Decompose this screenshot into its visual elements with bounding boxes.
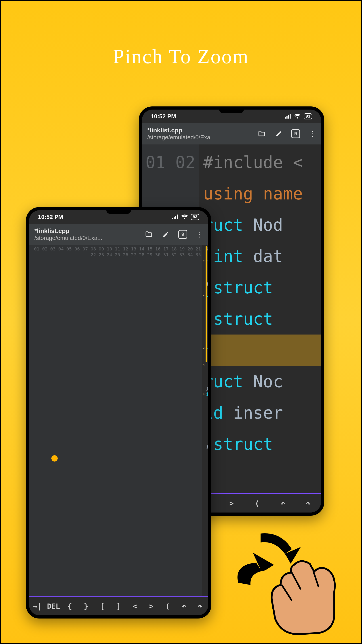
phone-normal: 10:52 PM 93 *linklist.cpp /storage/emula… [26,207,211,618]
notch [219,110,244,113]
battery-icon: 93 [191,214,199,220]
pinch-gesture-icon [225,520,341,636]
headline: Pinch To Zoom [1,45,361,68]
scroll-indicator[interactable] [206,246,207,362]
file-path: /storage/emulated/0/Exa... [34,234,140,242]
wifi-icon [181,214,188,219]
folder-icon[interactable] [144,230,153,239]
key-sym[interactable]: ( [244,499,270,508]
edit-icon[interactable] [161,230,170,239]
status-time: 10:52 PM [151,113,176,120]
key-sym[interactable]: ↷ [295,499,321,508]
key-sym[interactable]: ↶ [176,602,192,610]
battery-icon: 93 [304,113,312,120]
notch [106,210,131,214]
key-sym[interactable]: > [143,602,159,610]
shortcut-keys-row: →|DEL{}[]<>(↶↷ [29,596,208,616]
key-symsym[interactable]: →| [29,602,45,610]
key-sym[interactable]: ] [111,602,127,610]
overflow-icon[interactable]: ⋮ [195,230,204,239]
code-editor[interactable]: 01 02 03 04 05 06 07 08 09 10 11 12 13 1… [29,245,208,596]
file-name: *linklist.cpp [147,127,253,134]
tab-count[interactable]: 9 [291,129,300,138]
tab-count[interactable]: 9 [178,230,187,239]
wifi-icon [294,114,301,119]
key-sym[interactable]: { [62,602,78,610]
key-sym[interactable]: < [127,602,143,610]
line-gutter: 01 02 03 04 05 06 07 08 09 10 11 12 13 1… [29,245,202,596]
key-sym[interactable]: } [78,602,94,610]
key-sym[interactable]: ( [159,602,176,610]
cursor-handle[interactable] [51,455,58,462]
status-time: 10:52 PM [38,214,63,220]
code-area[interactable]: #include <iostream> using namespace std;… [205,245,208,596]
code-area[interactable]: #include < using name ruct Nod int dat s… [199,144,321,493]
signal-icon [285,114,291,119]
key-sym[interactable]: ↷ [192,602,208,610]
key-sym[interactable]: ↶ [270,499,296,508]
file-path: /storage/emulated/0/Exa... [147,134,253,141]
key-sym[interactable]: [ [94,602,111,610]
app-bar: *linklist.cpp /storage/emulated/0/Exa...… [142,123,321,144]
file-name: *linklist.cpp [34,228,140,234]
key-DEL[interactable]: DEL [45,602,62,610]
folder-icon[interactable] [257,129,266,138]
overflow-icon[interactable]: ⋮ [308,129,317,138]
key-sym[interactable]: > [219,499,245,508]
fold-column[interactable]: ⊟⊟⊟⊟⊟ [202,245,205,596]
signal-icon [172,214,178,219]
app-bar: *linklist.cpp /storage/emulated/0/Exa...… [29,224,208,245]
edit-icon[interactable] [274,129,283,138]
